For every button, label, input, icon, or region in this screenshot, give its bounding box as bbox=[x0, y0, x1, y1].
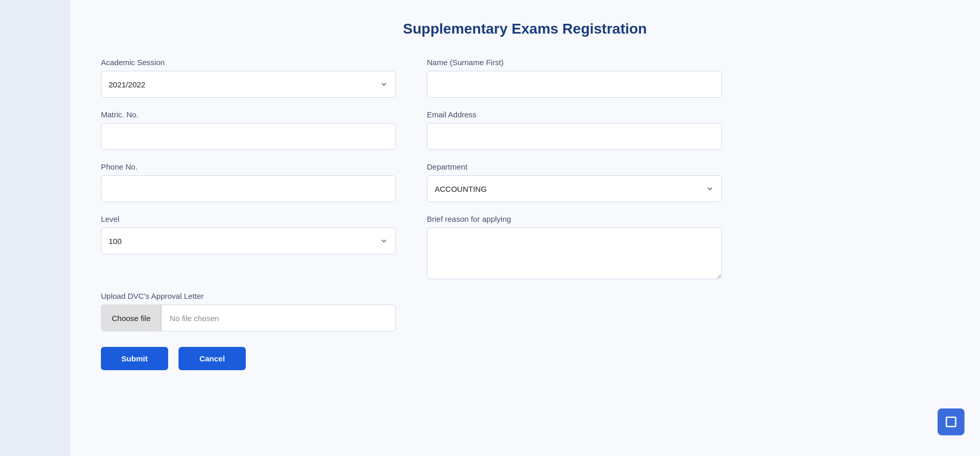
upload-section: Upload DVC's Approval Letter Choose file… bbox=[101, 292, 396, 331]
matric-no-group: Matric. No. bbox=[101, 110, 396, 150]
matric-no-label: Matric. No. bbox=[101, 110, 396, 119]
department-group: Department ACCOUNTING ECONOMICS BUSINESS… bbox=[427, 162, 722, 202]
name-label: Name (Surname First) bbox=[427, 58, 722, 67]
submit-button[interactable]: Submit bbox=[101, 347, 168, 370]
file-input-wrapper: Choose file No file chosen bbox=[101, 305, 396, 331]
svg-rect-0 bbox=[946, 417, 956, 427]
level-select[interactable]: 100 200 300 400 500 bbox=[101, 227, 396, 254]
phone-group: Phone No. bbox=[101, 162, 396, 202]
main-content: Supplementary Exams Registration Academi… bbox=[70, 0, 980, 456]
academic-session-label: Academic Session bbox=[101, 58, 396, 67]
sidebar bbox=[0, 0, 70, 456]
page-title: Supplementary Exams Registration bbox=[101, 21, 949, 37]
reason-group: Brief reason for applying bbox=[427, 215, 722, 279]
reason-label: Brief reason for applying bbox=[427, 215, 722, 223]
email-input[interactable] bbox=[427, 123, 722, 150]
square-icon bbox=[945, 416, 957, 428]
reason-textarea[interactable] bbox=[427, 227, 722, 279]
registration-form: Academic Session 2021/2022 2020/2021 201… bbox=[101, 58, 722, 331]
cancel-button[interactable]: Cancel bbox=[179, 347, 246, 370]
level-group: Level 100 200 300 400 500 bbox=[101, 215, 396, 279]
file-name-display: No file chosen bbox=[161, 314, 227, 323]
department-label: Department bbox=[427, 162, 722, 171]
matric-no-input[interactable] bbox=[101, 123, 396, 150]
choose-file-button[interactable]: Choose file bbox=[101, 305, 161, 331]
email-group: Email Address bbox=[427, 110, 722, 150]
academic-session-select[interactable]: 2021/2022 2020/2021 2019/2020 2018/2019 bbox=[101, 71, 396, 98]
level-label: Level bbox=[101, 215, 396, 223]
department-select[interactable]: ACCOUNTING ECONOMICS BUSINESS ADMINISTRA… bbox=[427, 175, 722, 202]
bottom-buttons: Submit Cancel bbox=[101, 347, 949, 370]
phone-input[interactable] bbox=[101, 175, 396, 202]
phone-label: Phone No. bbox=[101, 162, 396, 171]
academic-session-group: Academic Session 2021/2022 2020/2021 201… bbox=[101, 58, 396, 98]
upload-label: Upload DVC's Approval Letter bbox=[101, 292, 396, 300]
name-input[interactable] bbox=[427, 71, 722, 98]
email-label: Email Address bbox=[427, 110, 722, 119]
name-group: Name (Surname First) bbox=[427, 58, 722, 98]
floating-action-button[interactable] bbox=[938, 408, 964, 435]
